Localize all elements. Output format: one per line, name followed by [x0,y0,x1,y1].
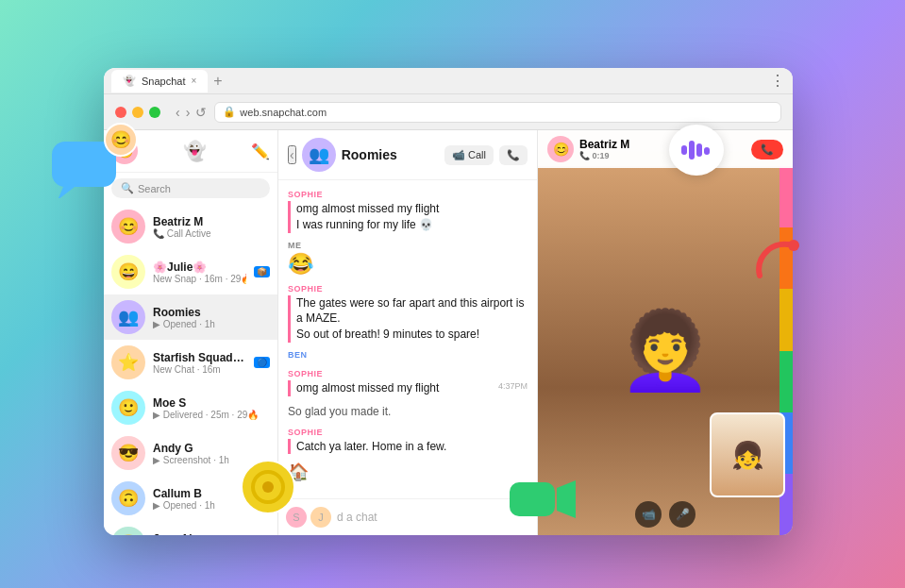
message-time: 4:37PM [498,380,528,393]
chat-panel-header: ‹ 👥 Roomies 📹 Call 📞 [278,130,537,180]
snapchat-logo: 👻 [183,140,207,162]
back-button[interactable]: ‹ [288,145,296,164]
traffic-light-yellow[interactable] [132,107,143,118]
chat-sub: New Chat · 16m [153,364,246,375]
chat-list-item-moe[interactable]: 🙂 Moe S ▶ Delivered · 25m · 29🔥 [104,385,277,430]
chat-sub: New Snap · 16m · 29🔥 [153,274,246,284]
new-tab-button[interactable]: + [209,73,226,90]
message-bubble: omg almost missed my flight 4:37PM [288,380,528,396]
caller-name: Beatriz M [579,138,629,151]
video-camera-icon [510,475,578,524]
video-call-button[interactable]: 📹 Call [444,145,494,165]
call-status: 📞 0:19 [579,151,629,160]
chat-name: 🌸Julie🌸 [153,260,246,274]
toggle-camera-button[interactable]: 📹 [635,501,662,528]
message-item: BEN [288,350,528,361]
chat-name: Starfish Squad 🌟 [153,351,246,364]
search-bar[interactable]: 🔍 Search [111,178,270,198]
group-avatar: 👥 [302,138,336,172]
chat-panel: ‹ 👥 Roomies 📹 Call 📞 SOPHIE [278,130,538,535]
chat-avatar: 😎 [111,436,145,470]
chat-input-area: S J d a chat [278,498,537,535]
chat-avatar: 😊 [111,527,145,535]
voice-bubble-float [669,125,724,176]
message-bubble: Catch ya later. Home in a few. [288,439,528,455]
traffic-light-green[interactable] [149,107,160,118]
chat-info: Jess Alan ▶ Opened · 1h [153,532,270,536]
svg-rect-10 [696,143,702,157]
address-bar[interactable]: 🔒 web.snapchat.com [214,102,781,123]
message-sender: SOPHIE [288,190,528,199]
traffic-light-red[interactable] [115,107,126,118]
message-item: ME 😂 [288,241,528,277]
chat-list-item-jess[interactable]: 😊 Jess Alan ▶ Opened · 1h [104,521,277,535]
compose-icon[interactable]: ✏️ [251,143,270,160]
chat-avatar: 😄 [111,255,145,289]
svg-rect-8 [681,145,687,155]
messages-area: SOPHIE omg almost missed my flightI was … [278,180,537,498]
message-item: SOPHIE omg almost missed my flightI was … [288,190,528,233]
audio-call-button[interactable]: 📞 [499,145,528,165]
tab-bar: 👻 Snapchat × + ⋮ [104,68,793,94]
message-item: So glad you made it. [288,404,528,420]
message-sender: SOPHIE [288,284,528,294]
app-layout: 😊 👻 ✏️ 🔍 Search 😊 Beatriz M 📞 Call Activ… [104,130,793,535]
svg-point-7 [788,240,799,251]
end-call-icon: 📞 [761,143,774,156]
chat-sub: 📞 Call Active [153,228,270,239]
message-sender: ME [288,241,528,250]
snap-avatar-corner: 😊 [104,123,138,157]
chat-info: Roomies ▶ Opened · 1h [153,306,270,329]
pip-video: 👧 [710,412,785,497]
chat-avatar: 🙂 [111,391,145,425]
main-video-placeholder: 👩‍🦱 [618,307,712,395]
snap-camera-float [241,460,295,514]
message-sender: SOPHIE [288,369,528,378]
toggle-mic-button[interactable]: 🎤 [669,501,696,528]
phone-icon: 📞 [507,149,520,161]
chat-avatar: ⭐ [111,345,145,379]
snap-circle-icon [241,460,295,514]
url-text: web.snapchat.com [240,107,327,118]
message-item: SOPHIE Catch ya later. Home in a few. [288,428,528,455]
message-sender: SOPHIE [288,428,528,437]
message-bubble: The gates were so far apart and this air… [288,295,528,343]
chat-input-placeholder[interactable]: d a chat [337,511,377,524]
video-call-icon: 📹 [452,149,465,161]
forward-button[interactable]: › [186,105,191,120]
browser-nav: ‹ › ↺ [176,105,207,120]
chat-list-item-starfish[interactable]: ⭐ Starfish Squad 🌟 New Chat · 16m 🔵 [104,340,277,385]
tab-title: Snapchat [142,76,185,87]
svg-marker-6 [557,480,576,518]
chat-name: Moe S [153,396,270,410]
camera-icon: 📹 [642,508,656,521]
chat-badge: 📦 [254,266,270,277]
typing-avatar-jen: J [310,507,331,528]
call-buttons: 📹 Call 📞 [444,145,528,165]
chat-name: Beatriz M [153,215,270,228]
chat-info: Moe S ▶ Delivered · 25m · 29🔥 [153,396,270,420]
chat-sub: ▶ Delivered · 25m · 29🔥 [153,410,270,420]
chat-list-item-roomies[interactable]: 👥 Roomies ▶ Opened · 1h [104,294,277,340]
message-emoji: 😂 [288,252,528,277]
message-bubble: So glad you made it. [288,404,528,420]
snapchat-tab[interactable]: 👻 Snapchat × [111,70,208,92]
search-icon: 🔍 [121,182,134,194]
search-placeholder: Search [138,183,171,194]
chat-title: Roomies [342,147,397,162]
message-sender: BEN [288,350,528,360]
end-call-button[interactable]: 📞 [751,140,783,160]
chat-avatar: 🙃 [111,481,145,515]
browser-menu-dots[interactable]: ⋮ [770,72,785,90]
chat-list-item-julie[interactable]: 😄 🌸Julie🌸 New Snap · 16m · 29🔥 📦 [104,249,277,294]
tab-close-btn[interactable]: × [191,76,196,86]
chat-info: Starfish Squad 🌟 New Chat · 16m [153,351,246,375]
message-item: SOPHIE The gates were so far apart and t… [288,284,528,343]
video-panel-header: 😊 Beatriz M 📞 0:19 📞 [538,130,793,168]
refresh-button[interactable]: ↺ [195,105,207,120]
chat-list-item-beatriz[interactable]: 😊 Beatriz M 📞 Call Active [104,204,277,249]
traffic-lights [115,107,160,118]
back-button[interactable]: ‹ [176,105,180,120]
message-bubble: omg almost missed my flightI was running… [288,201,528,233]
chat-avatar: 😊 [111,210,145,244]
